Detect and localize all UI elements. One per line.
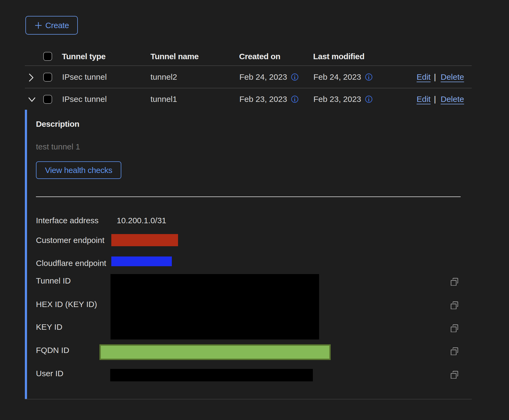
svg-text:i: i — [294, 96, 296, 103]
svg-text:i: i — [368, 74, 370, 81]
svg-text:i: i — [294, 74, 296, 81]
svg-text:i: i — [368, 96, 370, 103]
